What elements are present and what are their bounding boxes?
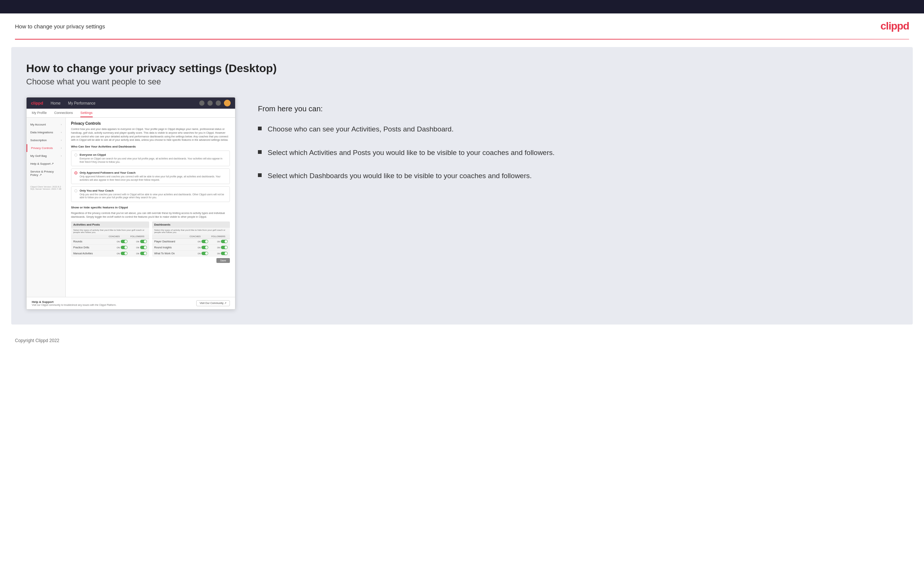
toggle-roundinsights-followers[interactable] (221, 246, 228, 249)
chevron-icon: › (61, 147, 62, 149)
main-title: How to change your privacy settings (Des… (26, 62, 898, 75)
toggle-drills-coaches[interactable] (121, 246, 128, 249)
bullet-square (258, 127, 262, 131)
bullet-item-3: Select which Dashboards you would like t… (258, 171, 898, 181)
header-divider (15, 39, 909, 40)
tab-my-profile[interactable]: My Profile (32, 111, 47, 117)
sidebar-item-privacy-controls[interactable]: Privacy Controls › (27, 144, 65, 152)
tab-settings[interactable]: Settings (80, 111, 93, 117)
sidebar-item-help-support[interactable]: Help & Support ↗ (27, 160, 65, 168)
toggle-roundinsights-coaches[interactable] (202, 246, 208, 249)
radio-desc: Only approved followers and coaches you … (80, 175, 226, 182)
sidebar-item-my-account[interactable]: My Account › (27, 121, 65, 129)
panel-section-title: Privacy Controls (71, 121, 230, 126)
toggle-row-rounds: Rounds ON ON (71, 239, 149, 245)
dashboards-header: Dashboards (152, 221, 230, 228)
sidebar-item-privacy-policy[interactable]: Service & Privacy Policy ↗ (27, 168, 65, 179)
right-panel: From here you can: Choose who can see yo… (250, 97, 898, 181)
logo: clippd (880, 20, 909, 32)
save-row: Save (71, 256, 230, 264)
followers-col-label: FOLLOWERS (209, 235, 228, 237)
radio-everyone[interactable]: Everyone on Clippd Everyone on Clippd ca… (71, 150, 230, 166)
activities-desc: Select the types of activity that you'd … (71, 228, 149, 235)
radio-only-you[interactable]: Only You and Your Coach Only you and the… (71, 186, 230, 202)
bullet-text-2: Select which Activities and Posts you wo… (268, 148, 555, 158)
chevron-icon: › (61, 139, 62, 142)
help-title: Help & Support (32, 300, 116, 304)
bullet-item-1: Choose who can see your Activities, Post… (258, 124, 898, 134)
toggle-playerdash-coaches[interactable] (202, 240, 208, 243)
toggle-drills-followers[interactable] (140, 246, 147, 249)
show-hide-desc: Regardless of the privacy controls that … (71, 211, 230, 219)
mock-nav-icons (199, 100, 231, 106)
followers-col-label: FOLLOWERS (128, 235, 147, 237)
radio-desc: Everyone on Clippd can search for you an… (80, 157, 226, 164)
toggle-manual-followers[interactable] (140, 252, 147, 255)
chevron-icon: › (61, 155, 62, 157)
settings-icon (216, 100, 221, 106)
activities-header: Activities and Posts (71, 221, 149, 228)
copyright: Copyright Clippd 2022 (15, 338, 60, 343)
bullet-text-3: Select which Dashboards you would like t… (268, 171, 532, 181)
toggle-whattoworkon-coaches[interactable] (202, 252, 208, 255)
top-bar (0, 0, 924, 13)
toggle-manual-coaches[interactable] (121, 252, 128, 255)
sidebar-version: Clippd Client Version: 2022.8.2SQL Serve… (27, 183, 65, 193)
mock-panel: Privacy Controls Control how you and you… (66, 118, 235, 297)
mock-nav-home: Home (50, 101, 61, 105)
mock-navbar: clippd Home My Performance (27, 97, 235, 109)
footer: Copyright Clippd 2022 (0, 332, 924, 349)
toggle-row-practice-drills: Practice Drills ON ON (71, 245, 149, 251)
tab-connections[interactable]: Connections (54, 111, 73, 117)
avatar (224, 100, 231, 106)
toggle-rounds-coaches[interactable] (121, 240, 128, 243)
radio-circle (74, 153, 78, 156)
dashboards-desc: Select the types of activity that you'd … (152, 228, 230, 235)
toggle-row-player-dashboard: Player Dashboard ON ON (152, 239, 230, 245)
from-here-title: From here you can: (258, 105, 898, 113)
screenshot-mockup: clippd Home My Performance My Profile Co… (26, 97, 236, 309)
content-columns: clippd Home My Performance My Profile Co… (26, 97, 898, 309)
radio-group: Everyone on Clippd Everyone on Clippd ca… (71, 150, 230, 202)
toggle-row-what-to-work-on: What To Work On ON ON (152, 251, 230, 256)
search-icon (199, 100, 204, 106)
help-desc: Visit our Clippd community to troublesho… (32, 304, 116, 306)
radio-label: Everyone on Clippd (80, 153, 226, 156)
chevron-icon: › (61, 131, 62, 134)
sidebar-item-my-golf-bag[interactable]: My Golf Bag › (27, 152, 65, 160)
visit-community-button[interactable]: Visit Our Community ↗ (196, 300, 230, 306)
dashboards-table: Dashboards Select the types of activity … (152, 221, 230, 256)
chevron-icon: › (61, 123, 62, 126)
sidebar-item-data-integrations[interactable]: Data Integrations › (27, 129, 65, 136)
radio-desc: Only you and the coaches you connect wit… (80, 193, 226, 200)
dashboards-subheader: COACHES FOLLOWERS (152, 235, 230, 239)
bullet-item-2: Select which Activities and Posts you wo… (258, 148, 898, 158)
header: How to change your privacy settings clip… (0, 13, 924, 39)
toggle-rounds-followers[interactable] (140, 240, 147, 243)
share-icon (207, 100, 213, 106)
bullet-list: Choose who can see your Activities, Post… (258, 124, 898, 181)
mock-subnav: My Profile Connections Settings (27, 109, 235, 118)
sidebar-item-subscription[interactable]: Subscription › (27, 136, 65, 144)
toggle-row-round-insights: Round Insights ON ON (152, 245, 230, 251)
mock-settings: My Account › Data Integrations › Subscri… (27, 118, 235, 297)
coaches-col-label: COACHES (186, 235, 204, 237)
header-title: How to change your privacy settings (15, 23, 105, 29)
toggle-whattoworkon-followers[interactable] (221, 252, 228, 255)
activities-table: Activities and Posts Select the types of… (71, 221, 149, 256)
radio-label: Only You and Your Coach (80, 189, 226, 192)
radio-circle (74, 189, 78, 192)
who-can-see-title: Who Can See Your Activities and Dashboar… (71, 145, 230, 148)
mock-sidebar: My Account › Data Integrations › Subscri… (27, 118, 66, 297)
radio-approved-followers[interactable]: Only Approved Followers and Your Coach O… (71, 168, 230, 184)
toggle-playerdash-followers[interactable] (221, 240, 228, 243)
bullet-square (258, 173, 262, 177)
activities-subheader: COACHES FOLLOWERS (71, 235, 149, 239)
radio-label: Only Approved Followers and Your Coach (80, 171, 226, 174)
main-content: How to change your privacy settings (Des… (11, 47, 913, 324)
toggle-row-manual-activities: Manual Activities ON ON (71, 251, 149, 256)
help-section: Help & Support Visit our Clippd communit… (27, 297, 235, 309)
save-button[interactable]: Save (216, 258, 230, 263)
panel-section-desc: Control how you and your data appears to… (71, 127, 230, 142)
main-subtitle: Choose what you want people to see (26, 77, 898, 87)
